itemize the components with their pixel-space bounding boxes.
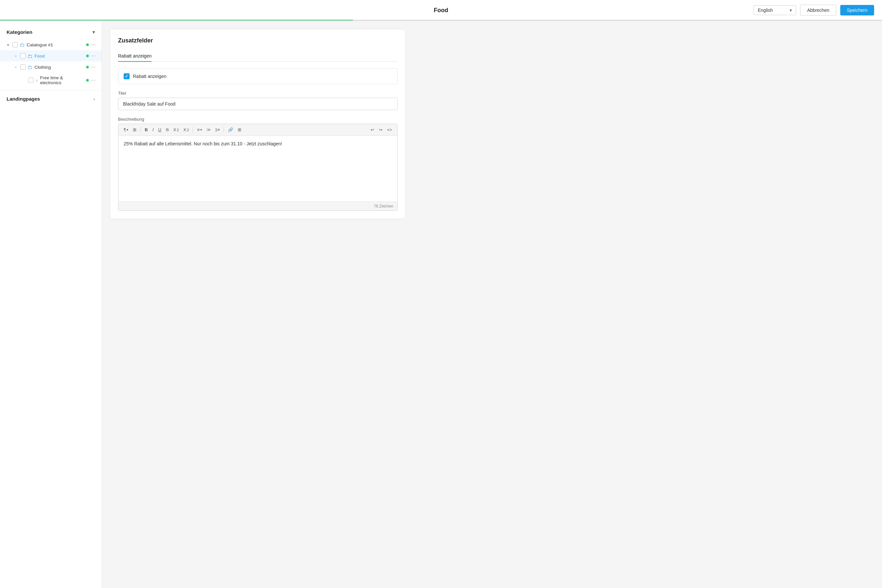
rabatt-checkbox[interactable] [124, 74, 130, 79]
toolbar-subscript-btn[interactable]: X2 [182, 126, 191, 134]
rabatt-anzeigen-row: Rabatt anzeigen [118, 68, 398, 84]
folder-icon: 🗀 [28, 53, 33, 59]
categories-section-header[interactable]: Kategorien ▾ [0, 26, 102, 39]
editor-toolbar: ¶ ▾ ⊞ B I U S X2 X2 ≡ ▾ ⁝≡ 1≡ 🔗 ⊞ [118, 124, 397, 136]
toolbar-italic-btn[interactable]: I [150, 126, 156, 134]
toolbar-sep2 [193, 127, 193, 133]
catalogue1-label: Catalogue #1 [27, 42, 84, 47]
main-content: Zusatzfelder Rabatt anzeigen Rabatt anze… [102, 21, 882, 588]
landingpages-title: Landingpages [7, 96, 40, 102]
toolbar-link-btn[interactable]: 🔗 [226, 126, 235, 134]
clothing-checkbox[interactable] [20, 64, 26, 70]
chevron-down-icon: ▾ [790, 8, 792, 13]
header-actions: English ▾ Abbrechen Speichern [753, 4, 874, 16]
toolbar-paragraph-btn[interactable]: ¶ ▾ [122, 126, 130, 134]
folder-icon: 🗀 [28, 64, 33, 70]
toolbar-sep1 [140, 127, 141, 133]
toolbar-sep3 [224, 127, 224, 133]
sidebar: Kategorien ▾ ▾ 🗀 Catalogue #1 ··· › 🗀 Fo… [0, 21, 102, 588]
catalogue1-checkbox[interactable] [12, 42, 18, 47]
expand-arrow-icon: › [13, 64, 18, 70]
food-label: Food [34, 54, 84, 58]
toolbar-bold-btn[interactable]: B [143, 126, 150, 134]
status-dot [86, 55, 89, 57]
tab-bar: Rabatt anzeigen [118, 51, 398, 62]
description-text: 25% Rabatt auf alle Lebensmittel. Nur no… [124, 141, 282, 146]
landingpages-header[interactable]: Landingpages › [0, 93, 102, 104]
char-count: 76 Zeichen [118, 202, 397, 210]
language-value: English [758, 8, 773, 13]
toolbar-right-group: ↩ ↪ <> [369, 126, 394, 134]
cancel-button[interactable]: Abbrechen [800, 4, 836, 16]
description-editor-body[interactable]: 25% Rabatt auf alle Lebensmittel. Nur no… [118, 136, 397, 202]
tab-rabatt-anzeigen[interactable]: Rabatt anzeigen [118, 51, 152, 62]
more-icon[interactable]: ··· [91, 77, 96, 83]
more-icon[interactable]: ··· [91, 64, 96, 70]
toolbar-underline-btn[interactable]: U [156, 126, 163, 134]
food-checkbox[interactable] [20, 53, 26, 58]
rabatt-label: Rabatt anzeigen [133, 74, 166, 79]
toolbar-strikethrough-btn[interactable]: S [164, 126, 171, 134]
more-icon[interactable]: ··· [91, 42, 96, 48]
status-dot [86, 79, 89, 81]
circle-icon: ○ [36, 78, 38, 83]
free-time-checkbox[interactable] [28, 78, 33, 83]
status-dot [86, 44, 89, 46]
title-label: Titel [118, 91, 398, 96]
landingpages-section: Landingpages › [0, 90, 102, 104]
content-card: Zusatzfelder Rabatt anzeigen Rabatt anze… [110, 29, 406, 219]
folder-icon: 🗀 [20, 42, 25, 48]
main-layout: Kategorien ▾ ▾ 🗀 Catalogue #1 ··· › 🗀 Fo… [0, 21, 882, 588]
more-icon[interactable]: ··· [91, 53, 96, 59]
toolbar-bullet-btn[interactable]: ⁝≡ [204, 126, 213, 134]
page-header: Food English ▾ Abbrechen Speichern [0, 0, 882, 21]
toolbar-numbered-btn[interactable]: 1≡ [213, 126, 222, 134]
chevron-right-icon: › [93, 96, 95, 102]
header-progress-line [0, 20, 882, 20]
tree-item-clothing[interactable]: › 🗀 Clothing ··· [0, 62, 102, 73]
expand-arrow-icon: ▾ [5, 42, 10, 47]
categories-title: Kategorien [7, 29, 32, 35]
clothing-label: Clothing [34, 65, 84, 70]
status-dot [86, 66, 89, 68]
card-title: Zusatzfelder [118, 37, 398, 44]
toolbar-align-btn[interactable]: ≡ ▾ [195, 126, 204, 134]
toolbar-move-btn[interactable]: ⊞ [131, 126, 138, 134]
language-selector[interactable]: English ▾ [753, 5, 796, 15]
expand-arrow-icon: › [13, 53, 18, 58]
save-button[interactable]: Speichern [840, 5, 874, 15]
toolbar-code-btn[interactable]: <> [385, 126, 394, 134]
tree-item-food[interactable]: › 🗀 Food ··· [0, 50, 102, 62]
tree-item-catalogue1[interactable]: ▾ 🗀 Catalogue #1 ··· [0, 39, 102, 50]
toolbar-undo-btn[interactable]: ↩ [369, 126, 376, 134]
toolbar-table-btn[interactable]: ⊞ [236, 126, 243, 134]
page-title: Food [434, 7, 448, 14]
toolbar-redo-btn[interactable]: ↪ [377, 126, 384, 134]
free-time-label: Free time & electronics [40, 75, 84, 85]
tree-item-free-time[interactable]: › ○ Free time & electronics ··· [0, 73, 102, 88]
description-label: Beschreibung [118, 117, 398, 122]
title-input[interactable] [118, 98, 398, 110]
toolbar-superscript-btn[interactable]: X2 [171, 126, 181, 134]
chevron-down-icon: ▾ [92, 29, 95, 35]
description-editor: ¶ ▾ ⊞ B I U S X2 X2 ≡ ▾ ⁝≡ 1≡ 🔗 ⊞ [118, 124, 398, 211]
